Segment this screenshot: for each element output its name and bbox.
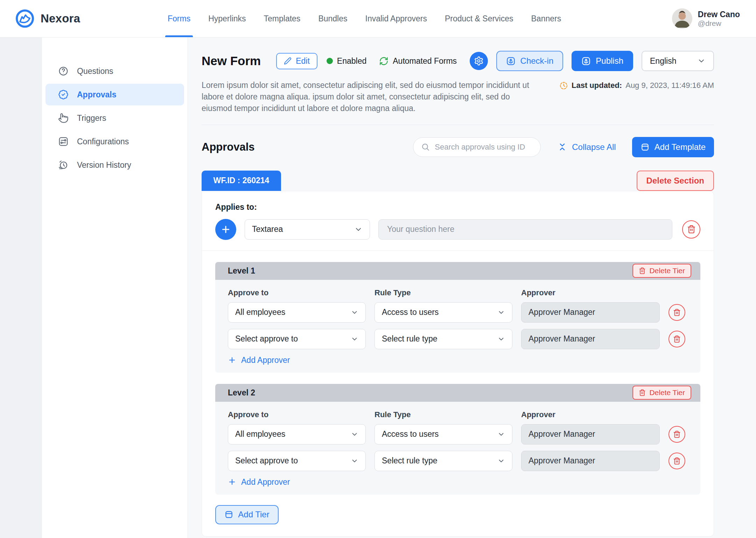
approve-to-value: Select approve to — [235, 334, 298, 344]
nav-item-product-services[interactable]: Product & Services — [445, 0, 513, 37]
chevron-down-icon — [354, 225, 363, 234]
delete-approver-button[interactable] — [668, 331, 685, 347]
template-icon — [640, 143, 650, 152]
rule-type-select[interactable]: Access to users — [374, 424, 512, 444]
search-icon — [421, 143, 430, 151]
add-tier-button[interactable]: Add Tier — [215, 505, 279, 524]
add-template-button[interactable]: Add Template — [632, 137, 714, 157]
approve-to-value: All employees — [235, 429, 285, 439]
nav-item-hyperlinks[interactable]: Hyperlinks — [208, 0, 246, 37]
nav-item-banners[interactable]: Banners — [531, 0, 561, 37]
chevron-down-icon — [497, 335, 505, 343]
delete-tier-button[interactable]: Delete Tier — [632, 386, 691, 400]
question-input[interactable] — [378, 219, 672, 240]
plus-icon — [228, 478, 236, 486]
box-arrow-up-icon — [506, 56, 516, 66]
check-in-button[interactable]: Check-in — [496, 51, 564, 71]
workflow-id-tab[interactable]: WF.ID : 260214 — [202, 171, 281, 191]
tier-body: Approve to Rule Type Approver All employ… — [215, 280, 700, 373]
approver-value: Approver Manager — [528, 429, 595, 439]
collapse-icon — [558, 142, 567, 152]
approve-to-select[interactable]: Select approve to — [228, 329, 366, 349]
delete-approver-button[interactable] — [668, 426, 685, 443]
sidebar-item-version-history[interactable]: Version History — [46, 154, 184, 176]
tier-header: Level 2 Delete Tier — [215, 384, 700, 402]
last-updated: Last updated: Aug 9, 2023, 11:49:16 AM — [559, 80, 714, 114]
add-approver-button[interactable]: Add Approver — [228, 356, 290, 365]
form-header: New Form Edit Enabled — [202, 51, 714, 71]
add-tier-label: Add Tier — [238, 510, 269, 519]
brand-name: Nexora — [41, 12, 80, 25]
delete-approver-button[interactable] — [668, 304, 685, 321]
approval-tier-level-2: Level 2 Delete Tier Approve to — [215, 384, 700, 495]
collapse-all-button[interactable]: Collapse All — [558, 142, 616, 152]
chevron-down-icon — [351, 309, 358, 316]
add-question-button[interactable] — [215, 219, 236, 240]
approve-to-value: Select approve to — [235, 456, 298, 465]
approver-value: Approver Manager — [528, 456, 595, 465]
top-navbar: Nexora Forms Hyperlinks Templates Bundle… — [0, 0, 756, 37]
panel-divider — [202, 250, 714, 251]
automation-label: Automated Forms — [393, 56, 457, 66]
column-approver: Approver — [521, 410, 660, 419]
approve-to-select[interactable]: All employees — [228, 302, 366, 323]
sidebar-item-label: Triggers — [77, 113, 106, 123]
sidebar-item-configurations[interactable]: Configurations — [46, 131, 184, 152]
search-input[interactable] — [435, 143, 536, 152]
approver-field: Approver Manager — [521, 424, 660, 444]
pointer-icon — [58, 113, 69, 123]
history-timer-icon — [58, 160, 69, 170]
rule-type-select[interactable]: Select rule type — [374, 451, 512, 471]
delete-tier-button[interactable]: Delete Tier — [632, 264, 691, 278]
sidebar-item-questions[interactable]: Questions — [46, 60, 184, 82]
sidebar-item-approvals[interactable]: Approvals — [46, 84, 184, 105]
sidebar-item-triggers[interactable]: Triggers — [46, 107, 184, 129]
trash-icon — [687, 225, 696, 234]
language-value: English — [650, 56, 676, 66]
approve-to-select[interactable]: All employees — [228, 424, 366, 444]
nav-item-bundles[interactable]: Bundles — [318, 0, 347, 37]
nav-item-invalid-approvers[interactable]: Invalid Approvers — [365, 0, 427, 37]
sliders-panel-icon — [58, 136, 69, 147]
add-approver-label: Add Approver — [241, 356, 290, 365]
column-rule-type: Rule Type — [374, 288, 512, 297]
sidebar: Questions Approvals Triggers — [42, 37, 188, 538]
question-type-select[interactable]: Textarea — [245, 219, 370, 240]
delete-tier-label: Delete Tier — [649, 388, 685, 397]
rule-type-select[interactable]: Access to users — [374, 302, 512, 323]
clock-icon — [559, 81, 568, 90]
delete-section-button[interactable]: Delete Section — [637, 171, 714, 191]
collapse-all-label: Collapse All — [572, 142, 616, 152]
nav-item-templates[interactable]: Templates — [264, 0, 301, 37]
tier-column-headers: Approve to Rule Type Approver — [228, 288, 688, 297]
main-area: New Form Edit Enabled — [188, 37, 756, 538]
nav-item-forms[interactable]: Forms — [168, 0, 190, 37]
trash-icon — [673, 457, 681, 465]
user-menu[interactable]: Drew Cano @drew — [672, 8, 756, 29]
settings-button[interactable] — [470, 52, 488, 70]
chevron-down-icon — [351, 430, 358, 438]
avatar[interactable] — [672, 8, 692, 29]
rule-type-select[interactable]: Select rule type — [374, 329, 512, 349]
rule-type-value: Select rule type — [382, 456, 438, 465]
approver-rule-row: All employees Access to users Approver M… — [228, 424, 688, 444]
language-select[interactable]: English — [642, 51, 714, 71]
delete-question-button[interactable] — [682, 220, 700, 239]
rule-type-value: Access to users — [382, 429, 439, 439]
delete-approver-button[interactable] — [668, 453, 685, 469]
add-approver-button[interactable]: Add Approver — [228, 477, 290, 487]
edit-button[interactable]: Edit — [276, 53, 317, 69]
check-in-label: Check-in — [520, 56, 554, 66]
approver-rule-row: All employees Access to users Approver M… — [228, 302, 688, 323]
primary-nav: Forms Hyperlinks Templates Bundles Inval… — [168, 0, 561, 37]
left-rail — [0, 37, 42, 538]
chevron-down-icon — [497, 457, 505, 465]
publish-button[interactable]: Publish — [572, 51, 633, 71]
sidebar-item-label: Configurations — [77, 137, 129, 146]
applies-to-row: Textarea — [215, 219, 700, 240]
tier-body: Approve to Rule Type Approver All employ… — [215, 402, 700, 495]
chevron-down-icon — [697, 57, 706, 65]
approvals-search[interactable] — [413, 137, 541, 157]
approve-to-select[interactable]: Select approve to — [228, 451, 366, 471]
tier-icon — [224, 510, 233, 519]
